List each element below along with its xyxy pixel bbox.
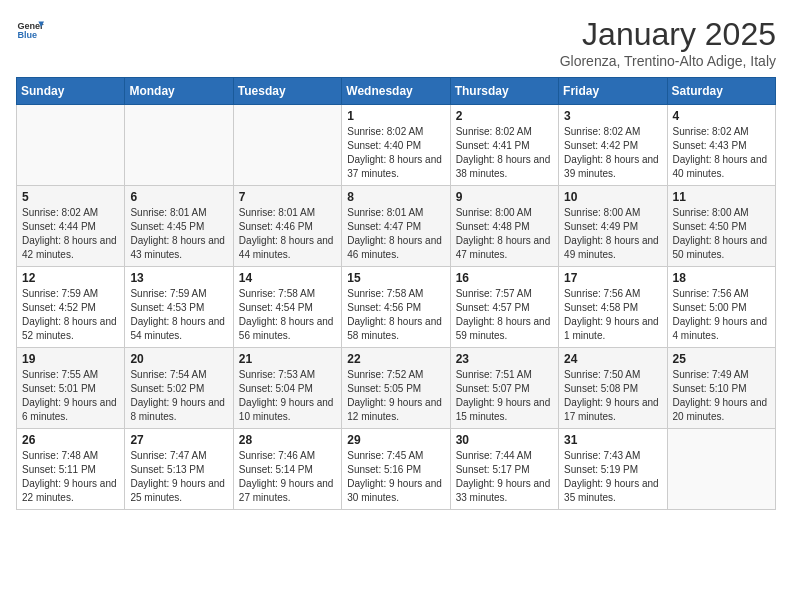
day-detail: Sunrise: 7:54 AM Sunset: 5:02 PM Dayligh…: [130, 368, 227, 424]
day-detail: Sunrise: 8:02 AM Sunset: 4:43 PM Dayligh…: [673, 125, 770, 181]
calendar-table: SundayMondayTuesdayWednesdayThursdayFrid…: [16, 77, 776, 510]
calendar-cell: 14Sunrise: 7:58 AM Sunset: 4:54 PM Dayli…: [233, 267, 341, 348]
calendar-cell: 4Sunrise: 8:02 AM Sunset: 4:43 PM Daylig…: [667, 105, 775, 186]
day-number: 4: [673, 109, 770, 123]
day-number: 2: [456, 109, 553, 123]
calendar-cell: [667, 429, 775, 510]
day-number: 14: [239, 271, 336, 285]
day-number: 17: [564, 271, 661, 285]
calendar-cell: 20Sunrise: 7:54 AM Sunset: 5:02 PM Dayli…: [125, 348, 233, 429]
calendar-cell: 10Sunrise: 8:00 AM Sunset: 4:49 PM Dayli…: [559, 186, 667, 267]
day-detail: Sunrise: 7:55 AM Sunset: 5:01 PM Dayligh…: [22, 368, 119, 424]
day-number: 5: [22, 190, 119, 204]
day-detail: Sunrise: 7:56 AM Sunset: 5:00 PM Dayligh…: [673, 287, 770, 343]
day-number: 13: [130, 271, 227, 285]
day-number: 1: [347, 109, 444, 123]
svg-text:Blue: Blue: [17, 30, 37, 40]
calendar-cell: 29Sunrise: 7:45 AM Sunset: 5:16 PM Dayli…: [342, 429, 450, 510]
column-header-sunday: Sunday: [17, 78, 125, 105]
day-detail: Sunrise: 8:00 AM Sunset: 4:49 PM Dayligh…: [564, 206, 661, 262]
calendar-cell: [125, 105, 233, 186]
calendar-cell: 26Sunrise: 7:48 AM Sunset: 5:11 PM Dayli…: [17, 429, 125, 510]
day-detail: Sunrise: 7:53 AM Sunset: 5:04 PM Dayligh…: [239, 368, 336, 424]
day-number: 20: [130, 352, 227, 366]
calendar-cell: 25Sunrise: 7:49 AM Sunset: 5:10 PM Dayli…: [667, 348, 775, 429]
column-header-friday: Friday: [559, 78, 667, 105]
day-number: 23: [456, 352, 553, 366]
calendar-cell: 31Sunrise: 7:43 AM Sunset: 5:19 PM Dayli…: [559, 429, 667, 510]
day-detail: Sunrise: 7:49 AM Sunset: 5:10 PM Dayligh…: [673, 368, 770, 424]
day-detail: Sunrise: 8:00 AM Sunset: 4:48 PM Dayligh…: [456, 206, 553, 262]
day-detail: Sunrise: 8:02 AM Sunset: 4:41 PM Dayligh…: [456, 125, 553, 181]
calendar-cell: 11Sunrise: 8:00 AM Sunset: 4:50 PM Dayli…: [667, 186, 775, 267]
calendar-cell: 3Sunrise: 8:02 AM Sunset: 4:42 PM Daylig…: [559, 105, 667, 186]
day-detail: Sunrise: 7:58 AM Sunset: 4:54 PM Dayligh…: [239, 287, 336, 343]
calendar-cell: 12Sunrise: 7:59 AM Sunset: 4:52 PM Dayli…: [17, 267, 125, 348]
calendar-cell: 24Sunrise: 7:50 AM Sunset: 5:08 PM Dayli…: [559, 348, 667, 429]
day-detail: Sunrise: 8:00 AM Sunset: 4:50 PM Dayligh…: [673, 206, 770, 262]
calendar-cell: 21Sunrise: 7:53 AM Sunset: 5:04 PM Dayli…: [233, 348, 341, 429]
calendar-cell: 19Sunrise: 7:55 AM Sunset: 5:01 PM Dayli…: [17, 348, 125, 429]
day-detail: Sunrise: 7:50 AM Sunset: 5:08 PM Dayligh…: [564, 368, 661, 424]
page-header: General Blue January 2025 Glorenza, Tren…: [16, 16, 776, 69]
day-number: 9: [456, 190, 553, 204]
day-number: 25: [673, 352, 770, 366]
day-detail: Sunrise: 7:44 AM Sunset: 5:17 PM Dayligh…: [456, 449, 553, 505]
day-number: 26: [22, 433, 119, 447]
day-number: 18: [673, 271, 770, 285]
calendar-cell: 6Sunrise: 8:01 AM Sunset: 4:45 PM Daylig…: [125, 186, 233, 267]
day-number: 22: [347, 352, 444, 366]
logo-icon: General Blue: [16, 16, 44, 44]
calendar-cell: 5Sunrise: 8:02 AM Sunset: 4:44 PM Daylig…: [17, 186, 125, 267]
day-detail: Sunrise: 8:01 AM Sunset: 4:47 PM Dayligh…: [347, 206, 444, 262]
day-detail: Sunrise: 7:47 AM Sunset: 5:13 PM Dayligh…: [130, 449, 227, 505]
day-number: 7: [239, 190, 336, 204]
location: Glorenza, Trentino-Alto Adige, Italy: [560, 53, 776, 69]
calendar-cell: 16Sunrise: 7:57 AM Sunset: 4:57 PM Dayli…: [450, 267, 558, 348]
month-title: January 2025: [560, 16, 776, 53]
day-number: 28: [239, 433, 336, 447]
day-detail: Sunrise: 7:59 AM Sunset: 4:52 PM Dayligh…: [22, 287, 119, 343]
calendar-cell: 18Sunrise: 7:56 AM Sunset: 5:00 PM Dayli…: [667, 267, 775, 348]
day-detail: Sunrise: 7:58 AM Sunset: 4:56 PM Dayligh…: [347, 287, 444, 343]
column-header-monday: Monday: [125, 78, 233, 105]
column-header-thursday: Thursday: [450, 78, 558, 105]
day-number: 8: [347, 190, 444, 204]
title-block: January 2025 Glorenza, Trentino-Alto Adi…: [560, 16, 776, 69]
calendar-cell: 8Sunrise: 8:01 AM Sunset: 4:47 PM Daylig…: [342, 186, 450, 267]
day-number: 16: [456, 271, 553, 285]
day-number: 31: [564, 433, 661, 447]
calendar-cell: 17Sunrise: 7:56 AM Sunset: 4:58 PM Dayli…: [559, 267, 667, 348]
day-detail: Sunrise: 7:59 AM Sunset: 4:53 PM Dayligh…: [130, 287, 227, 343]
day-detail: Sunrise: 7:52 AM Sunset: 5:05 PM Dayligh…: [347, 368, 444, 424]
day-number: 11: [673, 190, 770, 204]
day-detail: Sunrise: 8:02 AM Sunset: 4:42 PM Dayligh…: [564, 125, 661, 181]
day-detail: Sunrise: 7:56 AM Sunset: 4:58 PM Dayligh…: [564, 287, 661, 343]
calendar-cell: 13Sunrise: 7:59 AM Sunset: 4:53 PM Dayli…: [125, 267, 233, 348]
day-number: 27: [130, 433, 227, 447]
calendar-cell: 7Sunrise: 8:01 AM Sunset: 4:46 PM Daylig…: [233, 186, 341, 267]
calendar-cell: 22Sunrise: 7:52 AM Sunset: 5:05 PM Dayli…: [342, 348, 450, 429]
day-number: 6: [130, 190, 227, 204]
logo: General Blue: [16, 16, 44, 44]
calendar-cell: [17, 105, 125, 186]
calendar-cell: 28Sunrise: 7:46 AM Sunset: 5:14 PM Dayli…: [233, 429, 341, 510]
calendar-cell: 27Sunrise: 7:47 AM Sunset: 5:13 PM Dayli…: [125, 429, 233, 510]
day-detail: Sunrise: 7:51 AM Sunset: 5:07 PM Dayligh…: [456, 368, 553, 424]
day-detail: Sunrise: 8:01 AM Sunset: 4:45 PM Dayligh…: [130, 206, 227, 262]
day-number: 30: [456, 433, 553, 447]
column-header-wednesday: Wednesday: [342, 78, 450, 105]
day-number: 19: [22, 352, 119, 366]
column-header-tuesday: Tuesday: [233, 78, 341, 105]
day-detail: Sunrise: 8:02 AM Sunset: 4:40 PM Dayligh…: [347, 125, 444, 181]
calendar-cell: 23Sunrise: 7:51 AM Sunset: 5:07 PM Dayli…: [450, 348, 558, 429]
day-number: 29: [347, 433, 444, 447]
day-number: 3: [564, 109, 661, 123]
day-number: 21: [239, 352, 336, 366]
day-detail: Sunrise: 7:46 AM Sunset: 5:14 PM Dayligh…: [239, 449, 336, 505]
calendar-cell: 9Sunrise: 8:00 AM Sunset: 4:48 PM Daylig…: [450, 186, 558, 267]
day-number: 12: [22, 271, 119, 285]
calendar-cell: 30Sunrise: 7:44 AM Sunset: 5:17 PM Dayli…: [450, 429, 558, 510]
day-detail: Sunrise: 8:01 AM Sunset: 4:46 PM Dayligh…: [239, 206, 336, 262]
calendar-cell: 2Sunrise: 8:02 AM Sunset: 4:41 PM Daylig…: [450, 105, 558, 186]
